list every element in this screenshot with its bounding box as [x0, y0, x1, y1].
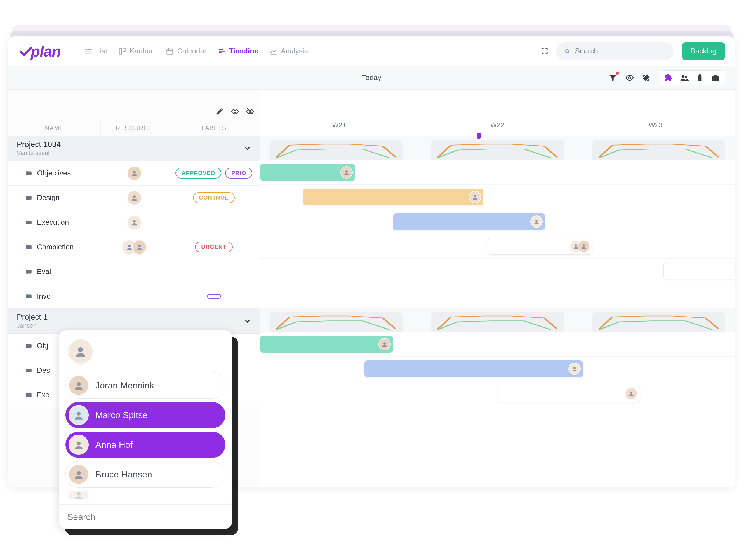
avatar: [68, 464, 89, 484]
avatar[interactable]: [127, 215, 142, 230]
svg-point-24: [234, 110, 236, 112]
avatar: [68, 435, 89, 455]
view-switcher: List Kanban Calendar Timeline Analysis: [83, 45, 309, 58]
briefcase-icon: [711, 73, 720, 82]
svg-point-62: [77, 441, 81, 445]
svg-point-59: [78, 347, 83, 352]
view-analysis[interactable]: Analysis: [268, 45, 310, 58]
chevron-down-icon: [243, 144, 252, 152]
card-icon: [25, 367, 32, 374]
visibility-button[interactable]: [625, 73, 634, 82]
group-header[interactable]: Project 1034 Van Brussel: [8, 136, 260, 161]
eye-icon[interactable]: [231, 107, 239, 116]
avatar: [68, 491, 89, 499]
week-column[interactable]: W22: [419, 89, 577, 136]
calendar-icon: [166, 47, 174, 55]
view-calendar[interactable]: Calendar: [164, 45, 208, 58]
label-control: CONTROL: [193, 192, 235, 203]
gantt-bar[interactable]: [488, 238, 593, 255]
panel-header-tools: [8, 89, 260, 120]
pencil-icon[interactable]: [216, 107, 224, 116]
search-field[interactable]: [556, 42, 674, 60]
svg-point-5: [86, 53, 86, 53]
person-option[interactable]: Joran Mennink: [65, 372, 225, 398]
col-labels: LABELS: [168, 120, 260, 136]
avatar: [68, 375, 89, 395]
gantt-bar[interactable]: [663, 262, 735, 279]
group-header[interactable]: Project 1 Jansen: [8, 309, 260, 334]
toolbar: Today: [8, 66, 735, 89]
person-option[interactable]: Marco Spitse: [65, 402, 225, 428]
svg-rect-49: [26, 393, 28, 397]
gantt-bar[interactable]: [260, 336, 393, 353]
view-timeline[interactable]: Timeline: [216, 45, 260, 58]
people-button[interactable]: [680, 73, 689, 82]
gantt-bar[interactable]: [365, 361, 583, 377]
svg-rect-37: [26, 245, 28, 249]
svg-point-52: [535, 220, 538, 222]
task-row[interactable]: Execution: [8, 210, 260, 235]
task-row[interactable]: Eval: [8, 259, 260, 284]
avatar: [378, 338, 391, 351]
svg-line-17: [568, 52, 569, 53]
tools-button[interactable]: [642, 73, 651, 82]
popup-search-input[interactable]: [67, 505, 224, 529]
people-picker-popup: Joran Mennink Marco Spitse Anna Hof Bruc…: [59, 330, 232, 529]
today-label[interactable]: Today: [362, 73, 381, 82]
label-approved: APPROVED: [175, 168, 221, 178]
selected-avatar: [68, 339, 93, 364]
svg-point-60: [77, 382, 81, 386]
gantt-bar[interactable]: [497, 385, 640, 402]
chevron-down-icon: [243, 317, 252, 325]
people-icon: [680, 73, 689, 82]
week-column[interactable]: W21: [260, 89, 419, 136]
plugin-button[interactable]: [664, 73, 673, 82]
gantt-bar[interactable]: [393, 213, 545, 230]
avatar[interactable]: [132, 240, 147, 254]
label-prio: [207, 294, 221, 299]
svg-point-57: [573, 367, 576, 369]
eye-off-icon[interactable]: [246, 107, 254, 116]
svg-point-19: [682, 75, 685, 78]
week-column[interactable]: W23: [576, 89, 735, 136]
avatar: [625, 387, 637, 400]
now-indicator: [479, 136, 479, 487]
avatar[interactable]: [127, 191, 142, 205]
person-option[interactable]: Anna Hof: [65, 431, 225, 458]
task-row[interactable]: Invo: [8, 284, 260, 309]
svg-point-58: [630, 392, 632, 394]
person-option[interactable]: Bruce Hansen: [65, 461, 225, 487]
svg-rect-47: [26, 369, 28, 372]
svg-point-63: [77, 471, 81, 475]
column-headers: NAME RESOURCE LABELS: [8, 120, 260, 136]
battery-button[interactable]: [695, 73, 704, 82]
search-input[interactable]: [575, 47, 666, 55]
view-kanban[interactable]: Kanban: [117, 45, 156, 58]
avatar[interactable]: [127, 166, 142, 180]
task-row[interactable]: Objectives APPROVEDPRIO: [8, 161, 260, 186]
svg-point-64: [77, 492, 81, 496]
svg-rect-43: [26, 295, 28, 298]
view-list[interactable]: List: [83, 45, 109, 58]
svg-rect-21: [698, 75, 701, 81]
svg-rect-22: [699, 74, 700, 75]
person-option[interactable]: [65, 491, 225, 499]
expand-icon: [541, 47, 548, 55]
filter-button[interactable]: [608, 73, 617, 82]
card-icon: [25, 268, 32, 275]
svg-point-32: [133, 195, 136, 198]
avatar: [734, 265, 735, 277]
card-icon: [25, 293, 32, 300]
gantt-bar[interactable]: [260, 164, 355, 181]
svg-point-4: [86, 51, 86, 51]
svg-rect-8: [167, 49, 173, 54]
task-row[interactable]: Completion URGENT: [8, 235, 260, 259]
gantt-bar[interactable]: [303, 189, 483, 205]
svg-point-61: [77, 412, 81, 416]
task-row[interactable]: Design CONTROL: [8, 186, 260, 210]
fullscreen-button[interactable]: [539, 45, 551, 57]
briefcase-button[interactable]: [711, 73, 720, 82]
backlog-button[interactable]: Backlog: [682, 42, 725, 60]
svg-point-50: [345, 170, 348, 173]
popup-search[interactable]: [59, 504, 232, 529]
